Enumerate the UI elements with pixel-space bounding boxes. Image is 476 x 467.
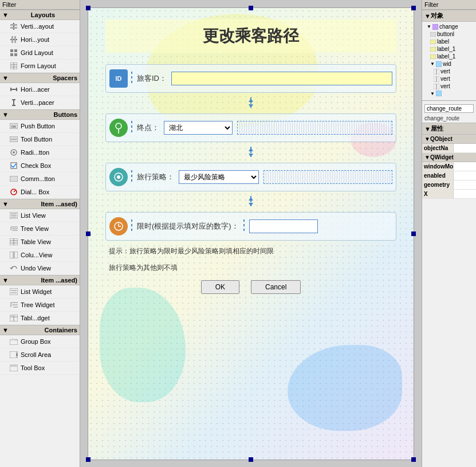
dest-dashed-input — [237, 121, 392, 135]
sidebar-item-dial-box[interactable]: Dial... Box — [0, 186, 80, 199]
handle-top-mid[interactable] — [249, 6, 253, 10]
field-row-destination: 终点： 湖北 北京 上海 — [105, 113, 396, 142]
passenger-id-input[interactable] — [171, 72, 392, 85]
sidebar-item-tree-view[interactable]: Tree View — [0, 222, 80, 236]
sidebar-item-tree-widget[interactable]: Tree Widget — [0, 299, 80, 312]
verti-spacer-label: Verti...pacer — [21, 99, 54, 106]
sidebar-item-radio-button[interactable]: Radi...tton — [0, 146, 80, 159]
section-item-widgets[interactable]: ▼ Item ...ased) — [0, 275, 80, 285]
handle-top-left[interactable] — [86, 6, 91, 10]
object-section-arrow: ▼ — [424, 13, 431, 19]
tree-item-label[interactable]: label — [423, 38, 475, 45]
prop-name-enabled: enabled — [422, 171, 454, 180]
sidebar-item-check-box[interactable]: Check Box — [0, 159, 80, 172]
group-box-icon: GB — [9, 337, 18, 346]
sidebar-item-form-layout[interactable]: Form Layout — [0, 60, 80, 73]
time-icon — [109, 217, 128, 236]
tree-item-wid2[interactable]: ▼ — [423, 90, 475, 97]
sidebar-item-scroll-area[interactable]: Scroll Area — [0, 348, 80, 362]
time-input[interactable] — [249, 219, 318, 233]
tree-view-icon — [9, 224, 18, 233]
prop-row-objectname: objectNa — [422, 144, 476, 153]
svg-rect-9 — [14, 53, 17, 56]
label1-icon — [430, 46, 436, 52]
strategy-select[interactable]: 最少风险策略 最短时间 最少换乘 — [179, 170, 259, 184]
sidebar-item-grid-layout[interactable]: Grid Layout — [0, 46, 80, 60]
qwidget-arrow: ▼ — [424, 154, 430, 160]
prop-value-enabled[interactable] — [454, 171, 476, 180]
dest-label: 终点： — [137, 123, 159, 133]
field-row-time-limit: 限时(根据提示填对应的数字)： — [105, 212, 396, 241]
svg-rect-1 — [10, 24, 17, 26]
tree-item-vert3[interactable]: vert — [423, 83, 475, 90]
radio-button-label: Radi...tton — [21, 149, 49, 156]
destination-select[interactable]: 湖北 北京 上海 — [164, 121, 233, 135]
sidebar-item-column-view[interactable]: Colu...View — [0, 249, 80, 262]
handle-mid-left[interactable] — [86, 231, 91, 236]
section-containers[interactable]: ▼ Containers — [0, 325, 80, 335]
main-area: 更改乘客路径 ID 旅客ID： 终点： 湖北 — [80, 0, 422, 467]
sidebar-item-hori-spacer[interactable]: Hori...acer — [0, 83, 80, 96]
left-filter-label: Filter — [2, 1, 16, 8]
svg-rect-27 — [10, 176, 18, 182]
handle-bottom-right[interactable] — [411, 457, 416, 462]
qobject-header: ▼ QObject — [422, 135, 476, 144]
section-buttons[interactable]: ▼ Buttons — [0, 109, 80, 120]
sidebar-item-table-view[interactable]: Table View — [0, 236, 80, 249]
svg-rect-82 — [430, 40, 436, 44]
sidebar-item-undo-view[interactable]: Undo View — [0, 262, 80, 275]
sidebar-item-verti-layout[interactable]: Verti...ayout — [0, 20, 80, 33]
tool-button-icon — [9, 135, 18, 144]
tree-item-vert1[interactable]: vert — [423, 68, 475, 75]
cancel-button[interactable]: Cancel — [251, 280, 301, 294]
sidebar-item-tool-button[interactable]: Tool Button — [0, 133, 80, 146]
sidebar-item-hori-layout[interactable]: Hori...yout — [0, 33, 80, 46]
right-divider-1 — [422, 100, 476, 101]
prop-value-x[interactable] — [454, 190, 476, 198]
prop-value-objectname[interactable] — [454, 144, 476, 152]
sidebar-item-verti-spacer[interactable]: Verti...pacer — [0, 96, 80, 109]
svg-text:OK: OK — [11, 125, 17, 128]
sidebar-item-push-button[interactable]: OK Push Button — [0, 120, 80, 133]
designer-canvas[interactable]: 更改乘客路径 ID 旅客ID： 终点： 湖北 — [88, 7, 414, 460]
form-title: 更改乘客路径 — [105, 19, 396, 53]
svg-rect-42 — [10, 252, 13, 258]
sidebar-item-command-button[interactable]: Comm...tton — [0, 172, 80, 186]
tree-item-vert2[interactable]: vert — [423, 75, 475, 83]
section-layouts[interactable]: ▼ Layouts — [0, 10, 80, 20]
handle-bottom-left[interactable] — [86, 457, 91, 462]
qwidget-header: ▼ QWidget — [422, 153, 476, 162]
handle-bottom-mid[interactable] — [249, 457, 253, 462]
prop-value-geometry[interactable] — [454, 180, 476, 189]
deco-blue — [288, 345, 402, 431]
section-item-views[interactable]: ▼ Item ...ased) — [0, 199, 80, 209]
object-section-header: ▼ 对象 — [422, 10, 476, 22]
sidebar-item-tool-box[interactable]: Tool Box — [0, 362, 80, 375]
form-content: 更改乘客路径 ID 旅客ID： 终点： 湖北 — [88, 8, 414, 305]
svg-rect-7 — [14, 49, 17, 52]
svg-rect-4 — [11, 36, 13, 43]
sidebar-item-group-box[interactable]: GB Group Box — [0, 335, 80, 348]
tree-item-change[interactable]: ▼ change — [423, 23, 475, 30]
left-filter-bar: Filter — [0, 0, 80, 10]
sidebar-item-list-view[interactable]: List View — [0, 209, 80, 222]
ok-button[interactable]: OK — [201, 280, 239, 294]
tree-item-label1b[interactable]: label_1 — [423, 53, 475, 60]
properties-section-header: ▼ 屋性 — [422, 123, 476, 135]
svg-rect-92 — [436, 91, 442, 96]
label-icon — [430, 39, 436, 45]
handle-top-right[interactable] — [411, 6, 416, 10]
undo-view-icon — [9, 264, 18, 273]
tree-item-wid[interactable]: ▼ wid — [423, 60, 475, 68]
sidebar-item-table-widget[interactable]: Tabl...dget — [0, 312, 80, 325]
svg-rect-2 — [10, 27, 17, 29]
tree-item-label1[interactable]: label_1 — [423, 45, 475, 53]
svg-marker-75 — [249, 197, 253, 201]
section-spacers[interactable]: ▼ Spacers — [0, 73, 80, 83]
sidebar-item-list-widget[interactable]: List Widget — [0, 285, 80, 299]
handle-mid-right[interactable] — [411, 231, 416, 236]
right-filter-input[interactable] — [424, 104, 474, 113]
prop-value-windowmo[interactable] — [454, 162, 476, 171]
tree-item-buttonl[interactable]: buttonl — [423, 30, 475, 38]
hori-layout-icon — [9, 35, 18, 44]
